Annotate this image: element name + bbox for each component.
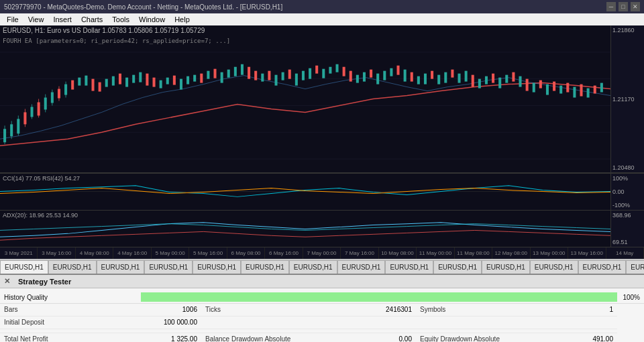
svg-rect-87 xyxy=(492,74,494,83)
chart-tab-12[interactable]: EURUSD,H1 xyxy=(578,260,627,274)
chart-tab-2[interactable]: EURUSD,H1 xyxy=(97,260,145,274)
menu-insert[interactable]: Insert xyxy=(49,13,76,25)
balance-drawdown-abs-label: Balance Drawdown Absolute xyxy=(201,333,335,342)
symbols-label: Symbols xyxy=(416,304,550,317)
strategy-tester-header: ✕ Strategy Tester xyxy=(0,275,644,288)
menu-tools[interactable]: Tools xyxy=(108,13,133,25)
chart-tab-13[interactable]: EURUSD,H1 xyxy=(626,260,644,274)
chart-tab-3[interactable]: EURUSD,H1 xyxy=(144,260,193,274)
time-1: 3 May 16:00 xyxy=(38,247,75,259)
svg-rect-25 xyxy=(71,80,74,90)
chart-tab-11[interactable]: EURUSD,H1 xyxy=(530,260,578,274)
svg-rect-99 xyxy=(573,87,576,98)
svg-rect-55 xyxy=(275,75,278,86)
svg-rect-35 xyxy=(139,72,142,82)
bars-label: Bars xyxy=(0,304,134,317)
strategy-tester-content: History Quality 100% Bars 1006 Ticks 241… xyxy=(0,288,644,342)
svg-rect-52 xyxy=(254,71,257,80)
time-9: 7 May 16:00 xyxy=(341,247,378,259)
svg-rect-96 xyxy=(553,82,555,91)
chart-svg: FOURH EA [parameters=0; ri_period=42; rs… xyxy=(0,25,610,172)
chart-symbol-label: EURUSD, H1: Euro vs US Dollar 1.05783 1.… xyxy=(3,27,205,34)
cci-svg xyxy=(0,174,610,210)
svg-rect-64 xyxy=(336,64,339,72)
svg-rect-82 xyxy=(458,74,461,83)
history-quality-bar xyxy=(141,292,617,302)
equity-drawdown-abs-label: Equity Drawdown Absolute xyxy=(416,333,550,342)
title-text: 5029779970 - MetaQuotes-Demo. Demo Accou… xyxy=(4,3,282,11)
menu-window[interactable]: Window xyxy=(135,13,169,25)
time-16: 14 May xyxy=(606,247,644,259)
svg-rect-103 xyxy=(600,83,603,93)
svg-rect-31 xyxy=(112,76,115,86)
chart-tab-0[interactable]: EURUSD,H1 xyxy=(0,260,48,274)
svg-rect-77 xyxy=(424,74,427,84)
chart-tab-8[interactable]: EURUSD,H1 xyxy=(385,260,433,274)
svg-rect-32 xyxy=(119,74,121,84)
svg-rect-85 xyxy=(478,79,481,89)
chart-tab-1[interactable]: EURUSD,H1 xyxy=(48,260,97,274)
total-net-profit-label: Total Net Profit xyxy=(0,333,134,342)
svg-rect-102 xyxy=(594,86,596,94)
menu-help[interactable]: Help xyxy=(170,13,194,25)
svg-rect-33 xyxy=(125,78,128,87)
svg-rect-51 xyxy=(248,67,250,79)
svg-rect-81 xyxy=(451,70,453,78)
maximize-button[interactable]: □ xyxy=(619,2,628,11)
time-8: 7 May 00:00 xyxy=(303,247,341,259)
svg-rect-59 xyxy=(302,71,305,80)
svg-rect-80 xyxy=(444,72,447,83)
chart-tab-7[interactable]: EURUSD,H1 xyxy=(337,260,386,274)
svg-rect-54 xyxy=(268,71,270,80)
svg-rect-91 xyxy=(519,76,522,87)
time-axis: 3 May 2021 3 May 16:00 4 May 08:00 4 May… xyxy=(0,247,644,259)
svg-rect-101 xyxy=(587,89,590,98)
sub-chart-cci: CCI(14) 77.05 RSI(42) 54.27 100% 0.00 -1… xyxy=(0,173,644,210)
svg-rect-78 xyxy=(431,71,433,79)
initial-deposit-label: Initial Deposit xyxy=(0,317,134,329)
minimize-button[interactable]: ─ xyxy=(606,2,616,11)
menu-file[interactable]: File xyxy=(3,13,23,25)
svg-rect-40 xyxy=(173,76,176,85)
svg-rect-72 xyxy=(390,68,392,76)
svg-rect-39 xyxy=(166,78,169,84)
chart-tab-4[interactable]: EURUSD,H1 xyxy=(193,260,241,274)
svg-rect-84 xyxy=(472,75,474,87)
svg-rect-74 xyxy=(404,70,407,82)
svg-rect-60 xyxy=(309,68,311,79)
svg-rect-26 xyxy=(78,78,80,86)
svg-rect-34 xyxy=(132,75,135,83)
menu-bar: File View Insert Charts Tools Window Hel… xyxy=(0,13,644,25)
time-15: 13 May 16:00 xyxy=(568,247,606,259)
cci-label: CCI(14) 77.05 RSI(42) 54.27 xyxy=(3,175,80,182)
st-close-button[interactable]: ✕ xyxy=(4,277,10,286)
chart-tab-10[interactable]: EURUSD,H1 xyxy=(482,260,530,274)
window-controls: ─ □ ✕ xyxy=(606,2,640,11)
svg-rect-49 xyxy=(234,67,237,76)
menu-view[interactable]: View xyxy=(24,13,48,25)
chart-tab-6[interactable]: EURUSD,H1 xyxy=(289,260,337,274)
svg-rect-76 xyxy=(417,76,420,84)
svg-rect-75 xyxy=(411,72,413,82)
svg-rect-92 xyxy=(526,79,529,91)
svg-rect-90 xyxy=(512,72,515,82)
equity-drawdown-abs-value: 491.00 xyxy=(550,333,617,342)
svg-rect-68 xyxy=(363,72,366,82)
svg-rect-56 xyxy=(282,72,284,80)
time-12: 11 May 08:00 xyxy=(455,247,492,259)
close-button[interactable]: ✕ xyxy=(631,2,640,11)
time-10: 10 May 08:00 xyxy=(379,247,417,259)
chart-tab-bar: EURUSD,H1 EURUSD,H1 EURUSD,H1 EURUSD,H1 … xyxy=(0,259,644,274)
svg-rect-63 xyxy=(329,67,331,74)
svg-rect-83 xyxy=(465,71,468,82)
bars-value: 1006 xyxy=(134,304,201,317)
svg-rect-50 xyxy=(241,64,244,75)
chart-tab-5[interactable]: EURUSD,H1 xyxy=(241,260,289,274)
svg-rect-30 xyxy=(105,79,108,87)
adx-price-axis: 368.96 69.51 xyxy=(610,211,644,247)
time-3: 4 May 16:00 xyxy=(113,247,151,259)
menu-charts[interactable]: Charts xyxy=(77,13,107,25)
svg-rect-48 xyxy=(227,70,230,78)
time-13: 12 May 08:00 xyxy=(492,247,530,259)
chart-tab-9[interactable]: EURUSD,H1 xyxy=(433,260,482,274)
